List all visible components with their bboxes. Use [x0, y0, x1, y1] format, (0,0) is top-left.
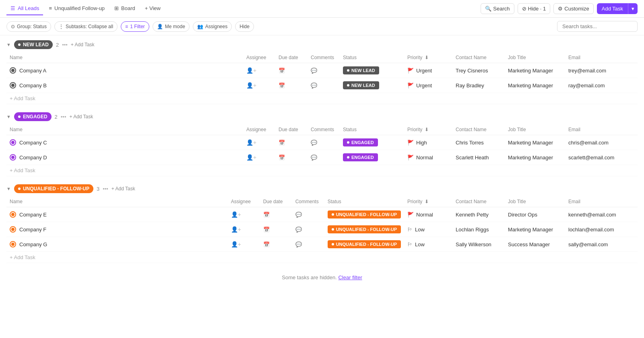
filter-button[interactable]: ≡ 1 Filter: [121, 21, 149, 32]
status-badge[interactable]: NEW LEAD: [343, 81, 379, 89]
calendar-icon[interactable]: 📅: [263, 212, 270, 218]
comment-icon[interactable]: 💬: [311, 82, 317, 89]
calendar-icon[interactable]: 📅: [279, 68, 285, 74]
table-row: Company E ≡ 👤+ 📅 💬 UNQUALIFIED - FOLLOW-…: [6, 207, 638, 222]
tab-all-leads[interactable]: ☰ All Leads: [6, 2, 43, 15]
gear-icon: ⚙: [558, 6, 563, 12]
assign-icon[interactable]: 👤+: [231, 241, 241, 247]
engaged-add-task[interactable]: + Add Task: [69, 114, 93, 120]
search-icon: 🔍: [485, 6, 491, 12]
task-status-circle[interactable]: [10, 67, 16, 74]
me-mode-button[interactable]: 👤 Me mode: [153, 21, 190, 32]
task-status-cell: UNQUALIFIED - FOLLOW-UP: [324, 207, 404, 222]
task-status-circle[interactable]: [10, 82, 16, 89]
list-alt-icon: ≡: [49, 5, 52, 11]
calendar-icon[interactable]: 📅: [279, 155, 285, 161]
assign-icon[interactable]: 👤+: [246, 67, 256, 74]
col-contact: Contact Name: [452, 124, 505, 135]
assign-icon[interactable]: 👤+: [231, 226, 241, 233]
col-comments: Comments: [308, 52, 340, 63]
status-badge[interactable]: UNQUALIFIED - FOLLOW-UP: [328, 225, 401, 233]
task-comments-cell: 💬: [292, 237, 324, 252]
tab-board[interactable]: ⊞ Board: [110, 2, 139, 15]
status-badge[interactable]: UNQUALIFIED - FOLLOW-UP: [328, 210, 401, 218]
task-priority-cell: 🏳Low: [404, 222, 452, 237]
group-status-button[interactable]: ⊙ Group: Status: [6, 21, 51, 32]
comment-icon[interactable]: 💬: [311, 140, 317, 146]
task-status-circle[interactable]: [10, 211, 16, 218]
sort-icon[interactable]: ⬇: [425, 127, 429, 132]
comment-icon[interactable]: 💬: [295, 227, 302, 233]
add-task-button[interactable]: Add Task ▾: [597, 3, 638, 14]
assign-icon[interactable]: 👤+: [246, 154, 256, 161]
tab-all-leads-label: All Leads: [18, 5, 39, 11]
task-name-text[interactable]: Company E: [19, 212, 47, 218]
tab-unqualified-label: Unqualified Follow-up: [54, 5, 105, 11]
search-tasks-input[interactable]: [557, 21, 638, 32]
add-view-tab[interactable]: + View: [141, 2, 165, 15]
task-assignee-cell: 👤+: [243, 63, 275, 78]
sort-icon[interactable]: ⬇: [425, 199, 429, 204]
sort-icon[interactable]: ⬇: [425, 55, 429, 60]
unqualified-add-task-row[interactable]: + Add Task: [6, 252, 638, 263]
col-comments: Comments: [292, 196, 324, 207]
status-badge[interactable]: ENGAGED: [343, 153, 378, 161]
comment-icon[interactable]: 💬: [311, 68, 317, 74]
calendar-icon[interactable]: 📅: [263, 241, 270, 247]
task-name-text[interactable]: Company F: [19, 227, 46, 233]
task-contact-cell: Chris Torres: [452, 135, 505, 150]
task-status-cell: UNQUALIFIED - FOLLOW-UP: [324, 222, 404, 237]
customize-button[interactable]: ⚙ Customize: [553, 3, 593, 14]
task-status-circle[interactable]: [10, 226, 16, 233]
status-badge[interactable]: ENGAGED: [343, 138, 378, 146]
unqualified-add-task[interactable]: + Add Task: [111, 186, 135, 192]
engaged-add-task-row[interactable]: + Add Task: [6, 165, 638, 176]
hide-columns-button[interactable]: Hide: [235, 21, 254, 32]
task-contact-cell: Kenneth Petty: [452, 207, 505, 222]
unqualified-more-options[interactable]: •••: [103, 186, 108, 192]
task-status-circle[interactable]: [10, 154, 16, 161]
assignees-button[interactable]: 👥 Assignees: [193, 21, 232, 32]
calendar-icon[interactable]: 📅: [279, 82, 285, 89]
assign-icon[interactable]: 👤+: [231, 211, 241, 218]
engaged-more-options[interactable]: •••: [61, 114, 66, 120]
comment-icon[interactable]: 💬: [311, 155, 317, 161]
group-new-lead-header[interactable]: ▼ NEW LEAD 2 ••• + Add Task: [6, 35, 638, 52]
task-name-text[interactable]: Company D: [19, 155, 47, 161]
task-name-cell: Company B ≡: [6, 78, 243, 93]
new-lead-add-task-row[interactable]: + Add Task: [6, 93, 638, 104]
tab-board-label: Board: [121, 5, 135, 11]
task-jobtitle-cell: Director Ops: [505, 207, 565, 222]
status-badge[interactable]: UNQUALIFIED - FOLLOW-UP: [328, 240, 401, 248]
group-engaged-header[interactable]: ▼ ENGAGED 2 ••• + Add Task: [6, 107, 638, 124]
task-name-text[interactable]: Company B: [19, 82, 47, 89]
comment-icon[interactable]: 💬: [295, 241, 302, 247]
calendar-icon[interactable]: 📅: [279, 140, 285, 146]
calendar-icon[interactable]: 📅: [263, 227, 270, 233]
task-name-text[interactable]: Company A: [19, 68, 46, 74]
task-name-text[interactable]: Company G: [19, 241, 47, 247]
add-task-dropdown-arrow[interactable]: ▾: [628, 3, 638, 14]
task-status-circle[interactable]: [10, 241, 16, 247]
table-row: Company D ≡ 👤+ 📅 💬 ENGAGED 🚩Normal Scarl…: [6, 150, 638, 165]
task-name-text[interactable]: Company C: [19, 140, 47, 146]
search-button[interactable]: 🔍 Search: [481, 3, 514, 14]
task-name-cell: Company F ≡: [6, 222, 228, 237]
col-status: Status: [340, 124, 404, 135]
new-lead-more-options[interactable]: •••: [62, 42, 68, 48]
assign-icon[interactable]: 👤+: [246, 139, 256, 146]
clear-filter-link[interactable]: Clear filter: [338, 274, 362, 280]
task-jobtitle-cell: Marketing Manager: [505, 78, 565, 93]
col-jobtitle: Job Title: [505, 52, 565, 63]
status-badge[interactable]: NEW LEAD: [343, 66, 379, 74]
comment-icon[interactable]: 💬: [295, 212, 302, 218]
group-unqualified-header[interactable]: ▼ UNQUALIFIED - FOLLOW-UP 3 ••• + Add Ta…: [6, 179, 638, 196]
group-engaged: ▼ ENGAGED 2 ••• + Add Task Name Assignee…: [6, 107, 638, 176]
task-status-circle[interactable]: [10, 139, 16, 146]
new-lead-add-task[interactable]: + Add Task: [71, 42, 95, 47]
subtasks-icon: ⋮: [59, 24, 64, 29]
tab-unqualified-followup[interactable]: ≡ Unqualified Follow-up: [45, 2, 109, 15]
subtasks-button[interactable]: ⋮ Subtasks: Collapse all: [54, 21, 118, 32]
assign-icon[interactable]: 👤+: [246, 82, 256, 89]
hide-button[interactable]: ⊘ Hide · 1: [518, 3, 551, 14]
